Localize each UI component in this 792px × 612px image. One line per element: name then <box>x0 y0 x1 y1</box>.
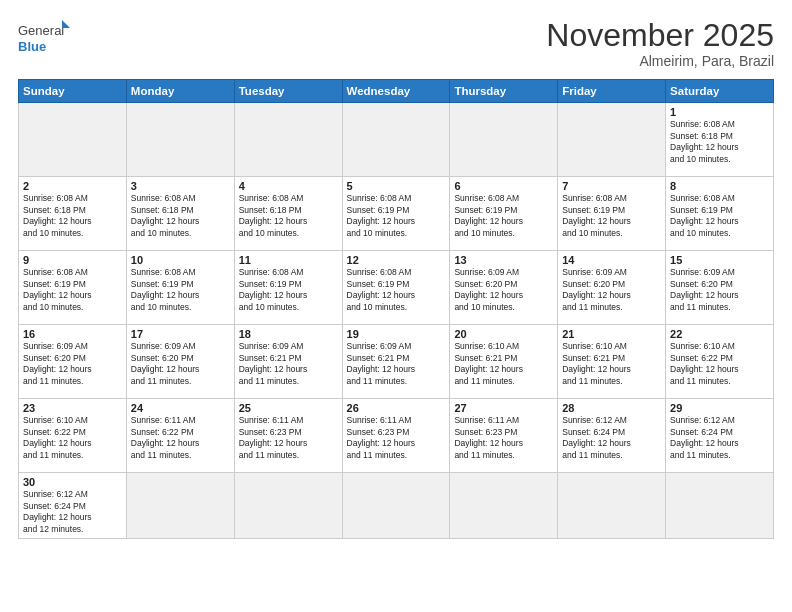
day-info: Sunrise: 6:08 AM Sunset: 6:19 PM Dayligh… <box>131 267 230 313</box>
day-info: Sunrise: 6:08 AM Sunset: 6:19 PM Dayligh… <box>454 193 553 239</box>
calendar-cell: 14Sunrise: 6:09 AM Sunset: 6:20 PM Dayli… <box>558 251 666 325</box>
day-number: 5 <box>347 180 446 192</box>
month-title: November 2025 <box>546 18 774 53</box>
calendar-cell <box>558 473 666 539</box>
day-number: 26 <box>347 402 446 414</box>
calendar-cell: 13Sunrise: 6:09 AM Sunset: 6:20 PM Dayli… <box>450 251 558 325</box>
calendar-cell: 4Sunrise: 6:08 AM Sunset: 6:18 PM Daylig… <box>234 177 342 251</box>
day-info: Sunrise: 6:10 AM Sunset: 6:21 PM Dayligh… <box>562 341 661 387</box>
calendar-cell: 29Sunrise: 6:12 AM Sunset: 6:24 PM Dayli… <box>666 399 774 473</box>
day-number: 9 <box>23 254 122 266</box>
calendar-cell: 30Sunrise: 6:12 AM Sunset: 6:24 PM Dayli… <box>19 473 127 539</box>
calendar: Sunday Monday Tuesday Wednesday Thursday… <box>18 79 774 539</box>
svg-text:General: General <box>18 23 64 38</box>
day-info: Sunrise: 6:08 AM Sunset: 6:19 PM Dayligh… <box>239 267 338 313</box>
day-info: Sunrise: 6:12 AM Sunset: 6:24 PM Dayligh… <box>23 489 122 535</box>
calendar-cell: 11Sunrise: 6:08 AM Sunset: 6:19 PM Dayli… <box>234 251 342 325</box>
calendar-row: 23Sunrise: 6:10 AM Sunset: 6:22 PM Dayli… <box>19 399 774 473</box>
day-number: 30 <box>23 476 122 488</box>
calendar-cell: 9Sunrise: 6:08 AM Sunset: 6:19 PM Daylig… <box>19 251 127 325</box>
day-number: 13 <box>454 254 553 266</box>
calendar-row: 1Sunrise: 6:08 AM Sunset: 6:18 PM Daylig… <box>19 103 774 177</box>
day-info: Sunrise: 6:11 AM Sunset: 6:23 PM Dayligh… <box>239 415 338 461</box>
day-number: 24 <box>131 402 230 414</box>
day-info: Sunrise: 6:11 AM Sunset: 6:23 PM Dayligh… <box>347 415 446 461</box>
day-info: Sunrise: 6:08 AM Sunset: 6:19 PM Dayligh… <box>347 267 446 313</box>
day-number: 6 <box>454 180 553 192</box>
calendar-cell <box>126 473 234 539</box>
day-info: Sunrise: 6:08 AM Sunset: 6:18 PM Dayligh… <box>239 193 338 239</box>
day-number: 21 <box>562 328 661 340</box>
day-info: Sunrise: 6:10 AM Sunset: 6:21 PM Dayligh… <box>454 341 553 387</box>
day-number: 19 <box>347 328 446 340</box>
calendar-cell <box>126 103 234 177</box>
calendar-cell: 26Sunrise: 6:11 AM Sunset: 6:23 PM Dayli… <box>342 399 450 473</box>
calendar-row: 30Sunrise: 6:12 AM Sunset: 6:24 PM Dayli… <box>19 473 774 539</box>
calendar-cell <box>450 103 558 177</box>
day-number: 25 <box>239 402 338 414</box>
calendar-row: 2Sunrise: 6:08 AM Sunset: 6:18 PM Daylig… <box>19 177 774 251</box>
header-friday: Friday <box>558 80 666 103</box>
day-number: 27 <box>454 402 553 414</box>
header-thursday: Thursday <box>450 80 558 103</box>
day-number: 16 <box>23 328 122 340</box>
calendar-cell: 21Sunrise: 6:10 AM Sunset: 6:21 PM Dayli… <box>558 325 666 399</box>
calendar-cell: 8Sunrise: 6:08 AM Sunset: 6:19 PM Daylig… <box>666 177 774 251</box>
day-info: Sunrise: 6:09 AM Sunset: 6:20 PM Dayligh… <box>454 267 553 313</box>
day-number: 11 <box>239 254 338 266</box>
weekday-header-row: Sunday Monday Tuesday Wednesday Thursday… <box>19 80 774 103</box>
calendar-cell <box>234 103 342 177</box>
day-info: Sunrise: 6:08 AM Sunset: 6:19 PM Dayligh… <box>23 267 122 313</box>
day-info: Sunrise: 6:08 AM Sunset: 6:18 PM Dayligh… <box>670 119 769 165</box>
day-info: Sunrise: 6:09 AM Sunset: 6:21 PM Dayligh… <box>347 341 446 387</box>
generalblue-logo-icon: General Blue <box>18 18 70 56</box>
day-info: Sunrise: 6:10 AM Sunset: 6:22 PM Dayligh… <box>670 341 769 387</box>
calendar-cell: 12Sunrise: 6:08 AM Sunset: 6:19 PM Dayli… <box>342 251 450 325</box>
day-number: 15 <box>670 254 769 266</box>
calendar-row: 9Sunrise: 6:08 AM Sunset: 6:19 PM Daylig… <box>19 251 774 325</box>
day-info: Sunrise: 6:08 AM Sunset: 6:18 PM Dayligh… <box>131 193 230 239</box>
day-number: 8 <box>670 180 769 192</box>
svg-marker-2 <box>62 20 70 28</box>
calendar-cell: 27Sunrise: 6:11 AM Sunset: 6:23 PM Dayli… <box>450 399 558 473</box>
calendar-cell: 5Sunrise: 6:08 AM Sunset: 6:19 PM Daylig… <box>342 177 450 251</box>
day-number: 1 <box>670 106 769 118</box>
header: General Blue November 2025 Almeirim, Par… <box>18 18 774 69</box>
header-wednesday: Wednesday <box>342 80 450 103</box>
day-info: Sunrise: 6:08 AM Sunset: 6:19 PM Dayligh… <box>347 193 446 239</box>
day-number: 10 <box>131 254 230 266</box>
day-number: 20 <box>454 328 553 340</box>
day-number: 7 <box>562 180 661 192</box>
day-number: 18 <box>239 328 338 340</box>
day-info: Sunrise: 6:08 AM Sunset: 6:19 PM Dayligh… <box>562 193 661 239</box>
subtitle: Almeirim, Para, Brazil <box>546 53 774 69</box>
day-info: Sunrise: 6:08 AM Sunset: 6:18 PM Dayligh… <box>23 193 122 239</box>
day-info: Sunrise: 6:09 AM Sunset: 6:20 PM Dayligh… <box>131 341 230 387</box>
calendar-cell: 2Sunrise: 6:08 AM Sunset: 6:18 PM Daylig… <box>19 177 127 251</box>
calendar-cell: 23Sunrise: 6:10 AM Sunset: 6:22 PM Dayli… <box>19 399 127 473</box>
title-block: November 2025 Almeirim, Para, Brazil <box>546 18 774 69</box>
calendar-cell <box>342 473 450 539</box>
day-info: Sunrise: 6:11 AM Sunset: 6:22 PM Dayligh… <box>131 415 230 461</box>
calendar-cell: 16Sunrise: 6:09 AM Sunset: 6:20 PM Dayli… <box>19 325 127 399</box>
day-info: Sunrise: 6:09 AM Sunset: 6:20 PM Dayligh… <box>670 267 769 313</box>
day-number: 28 <box>562 402 661 414</box>
day-number: 23 <box>23 402 122 414</box>
day-info: Sunrise: 6:12 AM Sunset: 6:24 PM Dayligh… <box>670 415 769 461</box>
calendar-cell: 22Sunrise: 6:10 AM Sunset: 6:22 PM Dayli… <box>666 325 774 399</box>
calendar-cell <box>234 473 342 539</box>
svg-text:Blue: Blue <box>18 39 46 54</box>
day-number: 29 <box>670 402 769 414</box>
calendar-cell <box>666 473 774 539</box>
header-tuesday: Tuesday <box>234 80 342 103</box>
day-number: 22 <box>670 328 769 340</box>
calendar-cell: 19Sunrise: 6:09 AM Sunset: 6:21 PM Dayli… <box>342 325 450 399</box>
calendar-cell: 18Sunrise: 6:09 AM Sunset: 6:21 PM Dayli… <box>234 325 342 399</box>
calendar-cell: 7Sunrise: 6:08 AM Sunset: 6:19 PM Daylig… <box>558 177 666 251</box>
day-info: Sunrise: 6:11 AM Sunset: 6:23 PM Dayligh… <box>454 415 553 461</box>
day-info: Sunrise: 6:08 AM Sunset: 6:19 PM Dayligh… <box>670 193 769 239</box>
calendar-row: 16Sunrise: 6:09 AM Sunset: 6:20 PM Dayli… <box>19 325 774 399</box>
header-monday: Monday <box>126 80 234 103</box>
calendar-cell: 1Sunrise: 6:08 AM Sunset: 6:18 PM Daylig… <box>666 103 774 177</box>
day-number: 17 <box>131 328 230 340</box>
